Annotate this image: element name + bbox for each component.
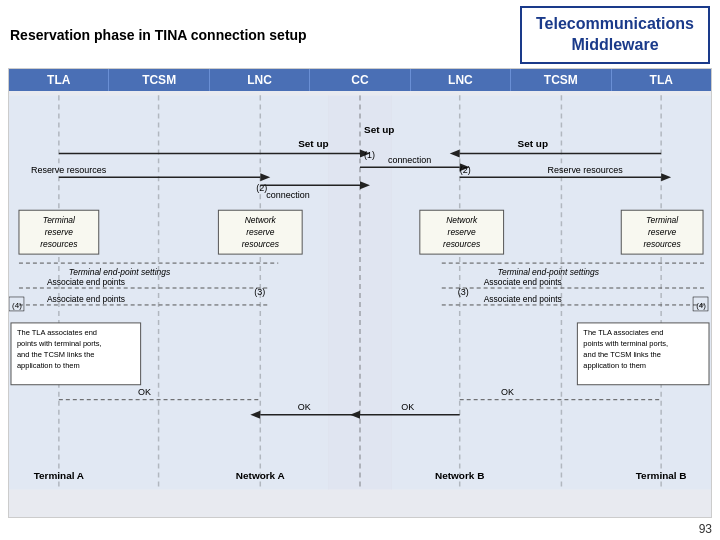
- col-lnc2: LNC: [411, 69, 511, 91]
- col-cc: CC: [310, 69, 410, 91]
- svg-text:The TLA associates end: The TLA associates end: [583, 327, 663, 336]
- svg-text:Set up: Set up: [518, 138, 548, 149]
- svg-text:and the TCSM links the: and the TCSM links the: [583, 349, 661, 358]
- svg-text:Terminal end-point settings: Terminal end-point settings: [498, 267, 600, 277]
- svg-text:reserve: reserve: [448, 227, 477, 237]
- svg-text:points with terminal ports,: points with terminal ports,: [17, 338, 102, 347]
- page: Reservation phase in TINA connection set…: [0, 0, 720, 540]
- col-tcsm1: TCSM: [109, 69, 209, 91]
- svg-text:Terminal: Terminal: [646, 215, 679, 225]
- svg-text:Set up: Set up: [364, 124, 394, 135]
- col-tla2: TLA: [612, 69, 711, 91]
- svg-text:OK: OK: [138, 386, 151, 396]
- column-headers: TLA TCSM LNC CC LNC TCSM TLA: [9, 69, 711, 91]
- svg-text:Terminal: Terminal: [43, 215, 76, 225]
- svg-text:connection: connection: [266, 190, 309, 200]
- svg-text:(3): (3): [458, 287, 469, 297]
- svg-text:(4): (4): [12, 301, 22, 310]
- svg-text:(3): (3): [254, 287, 265, 297]
- header: Reservation phase in TINA connection set…: [0, 0, 720, 68]
- svg-text:application to them: application to them: [583, 360, 646, 369]
- svg-text:connection: connection: [388, 155, 431, 165]
- col-tla1: TLA: [9, 69, 109, 91]
- svg-text:Associate end points: Associate end points: [484, 294, 562, 304]
- svg-text:(2): (2): [460, 165, 471, 175]
- svg-text:(1): (1): [364, 150, 375, 160]
- sequence-diagram-svg: Set up (1) Set up Reserve resources (2) …: [9, 95, 711, 490]
- svg-text:The TLA associates end: The TLA associates end: [17, 327, 97, 336]
- svg-text:resources: resources: [242, 239, 280, 249]
- telecom-title: Telecommunications Middleware: [520, 6, 710, 64]
- svg-text:OK: OK: [401, 401, 414, 411]
- svg-text:OK: OK: [298, 401, 311, 411]
- svg-text:resources: resources: [644, 239, 682, 249]
- svg-text:resources: resources: [40, 239, 78, 249]
- svg-text:Reserve resources: Reserve resources: [31, 165, 107, 175]
- svg-text:Terminal A: Terminal A: [34, 470, 84, 481]
- svg-text:reserve: reserve: [246, 227, 275, 237]
- col-lnc1: LNC: [210, 69, 310, 91]
- svg-text:Network: Network: [245, 215, 277, 225]
- svg-text:Network A: Network A: [236, 470, 285, 481]
- page-title: Reservation phase in TINA connection set…: [10, 27, 307, 43]
- diagram-area: TLA TCSM LNC CC LNC TCSM TLA: [8, 68, 712, 518]
- svg-text:and the TCSM links the: and the TCSM links the: [17, 349, 95, 358]
- svg-text:reserve: reserve: [648, 227, 677, 237]
- page-number: 93: [699, 522, 712, 536]
- svg-text:resources: resources: [443, 239, 481, 249]
- svg-text:points with terminal ports,: points with terminal ports,: [583, 338, 668, 347]
- svg-text:Associate end points: Associate end points: [47, 294, 125, 304]
- svg-text:Set up: Set up: [298, 138, 328, 149]
- svg-text:Terminal B: Terminal B: [636, 470, 687, 481]
- svg-text:Network B: Network B: [435, 470, 484, 481]
- svg-text:Terminal end-point settings: Terminal end-point settings: [69, 267, 171, 277]
- svg-text:Associate end points: Associate end points: [484, 277, 562, 287]
- svg-rect-7: [9, 95, 328, 489]
- col-tcsm2: TCSM: [511, 69, 611, 91]
- svg-text:Network: Network: [446, 215, 478, 225]
- svg-rect-8: [392, 95, 711, 489]
- svg-text:OK: OK: [501, 386, 514, 396]
- svg-text:Reserve resources: Reserve resources: [547, 165, 623, 175]
- svg-text:(4): (4): [696, 301, 706, 310]
- svg-text:Associate end points: Associate end points: [47, 277, 125, 287]
- svg-text:reserve: reserve: [45, 227, 74, 237]
- svg-text:application to them: application to them: [17, 360, 80, 369]
